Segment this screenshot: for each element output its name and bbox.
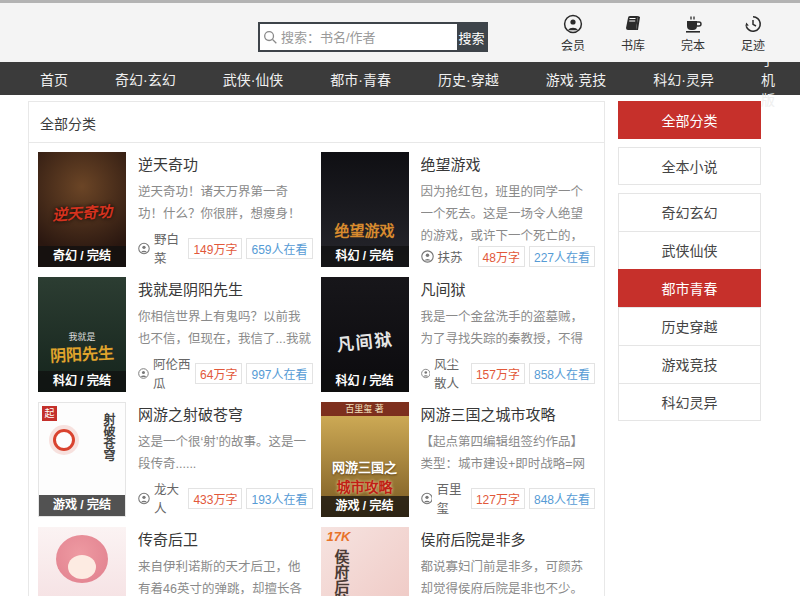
book-author[interactable]: 野白菜	[138, 229, 188, 267]
member-link[interactable]: 会员	[556, 14, 590, 53]
sidebar-item-fantasy[interactable]: 奇幻玄幻	[618, 193, 761, 231]
sidebar-item-urban[interactable]: 都市青春	[618, 269, 761, 307]
author-name: 扶苏	[438, 247, 463, 266]
book-description: 因为抢红包，班里的同学一个一个死去。这是一场令人绝望的游戏，或许下一个死亡的，就…	[421, 181, 596, 242]
book-list-panel: 全部分类 逆天奇功 奇幻 / 完结 逆天奇功 逆天奇功！诸天万界第一奇功！什么？…	[28, 101, 605, 596]
book-cover[interactable]: 百里玺 著 网游三国之 城市攻略 游戏 / 完结	[321, 402, 409, 517]
header-quick-links: 会员 书库 完本 足迹	[556, 14, 770, 53]
book-description: 这是一个很‘射’的故事。这是一段传奇......	[138, 431, 313, 475]
book-cover[interactable]: 起 射破苍穹 游戏 / 完结	[38, 402, 126, 517]
word-count-badge: 157万字	[471, 363, 525, 384]
author-icon	[421, 367, 431, 380]
book-title[interactable]: 网游之射破苍穹	[138, 403, 313, 424]
nav-item-scifi[interactable]: 科幻·灵异	[653, 69, 714, 89]
author-name: 龙大人	[154, 479, 188, 517]
author-name: 百里玺	[436, 479, 470, 517]
nav-item-history[interactable]: 历史·穿越	[438, 69, 499, 89]
readers-badge: 193人在看	[246, 488, 312, 509]
book-meta: 龙大人 433万字 193人在看	[138, 479, 313, 517]
book-info: 网游之射破苍穹 这是一个很‘射’的故事。这是一段传奇...... 龙大人 433…	[138, 402, 313, 517]
library-link[interactable]: 书库	[616, 14, 650, 53]
book-card: 逆天奇功 奇幻 / 完结 逆天奇功 逆天奇功！诸天万界第一奇功！什么？你很胖，想…	[38, 152, 313, 267]
author-icon	[421, 492, 433, 505]
book-description: 你相信世界上有鬼吗？以前我也不信，但现在，我信了...我就是阴阳先生，贯穿阴阳的…	[138, 306, 313, 350]
member-label: 会员	[561, 36, 585, 53]
book-stats: 433万字 193人在看	[188, 488, 312, 509]
cover-title-text: 逆天奇功	[38, 198, 126, 225]
sidebar-item-complete-novels[interactable]: 全本小说	[618, 147, 761, 185]
nav-item-wuxia[interactable]: 武侠·仙侠	[223, 69, 284, 89]
cover-author-strip: 百里玺 著	[321, 402, 409, 416]
sidebar-item-history[interactable]: 历史穿越	[618, 307, 761, 345]
book-cover[interactable]: 17K 侯府后院	[321, 527, 409, 596]
nav-item-game[interactable]: 游戏·竞技	[546, 69, 607, 89]
author-icon	[138, 492, 150, 505]
author-icon	[421, 250, 434, 263]
history-icon	[743, 14, 763, 34]
history-label: 足迹	[741, 36, 765, 53]
completed-link[interactable]: 完本	[676, 14, 710, 53]
sidebar-item-game[interactable]: 游戏竞技	[618, 345, 761, 383]
author-name: 风尘散人	[434, 354, 471, 392]
word-count-badge: 127万字	[471, 488, 525, 509]
book-cover[interactable]: 绝望游戏 科幻 / 完结	[321, 152, 409, 267]
cover-category-tag: 游戏 / 完结	[321, 496, 409, 517]
book-author[interactable]: 阿伦西瓜	[138, 354, 195, 392]
history-link[interactable]: 足迹	[736, 14, 770, 53]
nav-item-fantasy[interactable]: 奇幻·玄幻	[115, 69, 176, 89]
member-icon	[563, 14, 583, 34]
book-cover[interactable]: 逆天奇功 奇幻 / 完结	[38, 152, 126, 267]
book-cover[interactable]: 我就是 阴阳先生 科幻 / 完结	[38, 277, 126, 392]
nav-item-urban[interactable]: 都市·青春	[330, 69, 391, 89]
search-input[interactable]	[281, 24, 457, 50]
search-button[interactable]: 搜索	[457, 24, 486, 50]
book-card: 17K 侯府后院 侯府后院是非多 都说寡妇门前是非多，可颜苏却觉得侯府后院是非也…	[321, 527, 596, 596]
book-card: 传奇后卫 传奇后卫 来自伊利诺斯的天才后卫，他有着46英寸的弹跳，却擅长各种精准…	[38, 527, 313, 596]
cover-category-tag: 游戏 / 完结	[39, 495, 125, 516]
book-meta: 百里玺 127万字 848人在看	[421, 479, 596, 517]
book-description: 都说寡妇门前是非多，可颜苏却觉得侯府后院是非也不少。 难缠的各路小妾，躲不开的是…	[421, 556, 596, 596]
main-nav: 首页 奇幻·玄幻 武侠·仙侠 都市·青春 历史·穿越 游戏·竞技 科幻·灵异 手…	[0, 62, 800, 95]
book-author[interactable]: 扶苏	[421, 247, 463, 266]
book-meta: 扶苏 48万字 227人在看	[421, 246, 596, 267]
book-title[interactable]: 侯府后院是非多	[421, 528, 596, 549]
book-author[interactable]: 龙大人	[138, 479, 188, 517]
book-stats: 149万字 659人在看	[188, 238, 312, 259]
book-author[interactable]: 风尘散人	[421, 354, 471, 392]
sidebar-item-scifi[interactable]: 科幻灵异	[618, 383, 761, 421]
library-label: 书库	[621, 36, 645, 53]
cover-title-text: 侯府后院	[331, 549, 352, 596]
book-title[interactable]: 传奇后卫	[138, 528, 313, 549]
cover-publisher-badge: 起	[42, 406, 57, 421]
book-info: 网游三国之城市攻略 【起点第四编辑组签约作品】类型：城市建设+即时战略=网游三国…	[421, 402, 596, 517]
book-cover[interactable]: 传奇后卫	[38, 527, 126, 596]
site-header: 搜索 会员 书库 完本 足迹	[0, 3, 800, 62]
book-title[interactable]: 绝望游戏	[421, 153, 596, 174]
cover-category-tag: 科幻 / 完结	[38, 371, 126, 392]
library-icon	[623, 14, 643, 34]
readers-badge: 858人在看	[529, 363, 595, 384]
book-title[interactable]: 凡间狱	[421, 278, 596, 299]
book-cover[interactable]: 凡间狱 科幻 / 完结	[321, 277, 409, 392]
readers-badge: 227人在看	[529, 246, 595, 267]
book-description: 来自伊利诺斯的天才后卫，他有着46英寸的弹跳，却擅长各种精准的投篮进球。 因为披…	[138, 556, 313, 596]
book-title[interactable]: 逆天奇功	[138, 153, 313, 174]
sidebar-item-all-categories[interactable]: 全部分类	[618, 101, 761, 139]
book-title[interactable]: 我就是阴阳先生	[138, 278, 313, 299]
cover-category-tag: 科幻 / 完结	[321, 371, 409, 392]
nav-item-home[interactable]: 首页	[40, 69, 68, 89]
sidebar-item-wuxia[interactable]: 武侠仙侠	[618, 231, 761, 269]
section-title: 全部分类	[29, 102, 604, 143]
book-info: 逆天奇功 逆天奇功！诸天万界第一奇功！什么？你很胖，想瘦身！那来修炼逆天奇功吧，…	[138, 152, 313, 267]
book-stats: 157万字 858人在看	[471, 363, 595, 384]
page-body: 全部分类 逆天奇功 奇幻 / 完结 逆天奇功 逆天奇功！诸天万界第一奇功！什么？…	[0, 95, 800, 596]
book-card: 百里玺 著 网游三国之 城市攻略 游戏 / 完结 网游三国之城市攻略 【起点第四…	[321, 402, 596, 517]
author-name: 阿伦西瓜	[153, 354, 195, 392]
book-card: 凡间狱 科幻 / 完结 凡间狱 我是一个金盆洗手的盗墓贼，为了寻找失踪的秦教授，…	[321, 277, 596, 392]
book-title[interactable]: 网游三国之城市攻略	[421, 403, 596, 424]
search-icon	[260, 24, 281, 50]
cover-publisher-badge: 17K	[327, 529, 351, 544]
author-name: 野白菜	[154, 229, 188, 267]
book-author[interactable]: 百里玺	[421, 479, 471, 517]
book-card: 起 射破苍穹 游戏 / 完结 网游之射破苍穹 这是一个很‘射’的故事。这是一段传…	[38, 402, 313, 517]
